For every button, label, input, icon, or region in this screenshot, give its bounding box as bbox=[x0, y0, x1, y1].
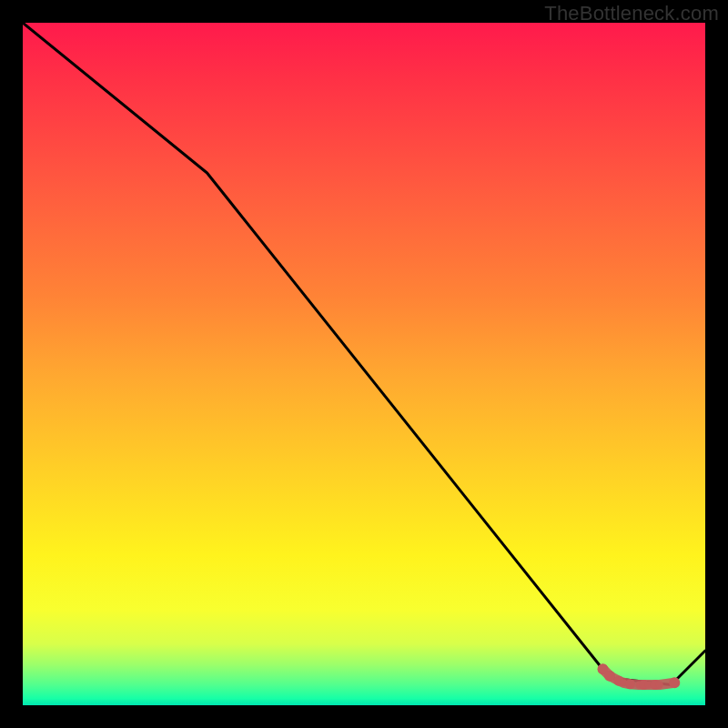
svg-point-10 bbox=[669, 677, 680, 688]
chart-overlay bbox=[23, 23, 705, 705]
svg-point-1 bbox=[604, 671, 615, 682]
curve-line bbox=[23, 23, 705, 685]
svg-point-4 bbox=[625, 679, 635, 689]
valley-markers bbox=[598, 663, 681, 690]
plot-area bbox=[23, 23, 705, 705]
attribution-label: TheBottleneck.com bbox=[544, 2, 719, 25]
chart-stage: TheBottleneck.com bbox=[0, 0, 728, 728]
svg-point-9 bbox=[656, 682, 663, 689]
